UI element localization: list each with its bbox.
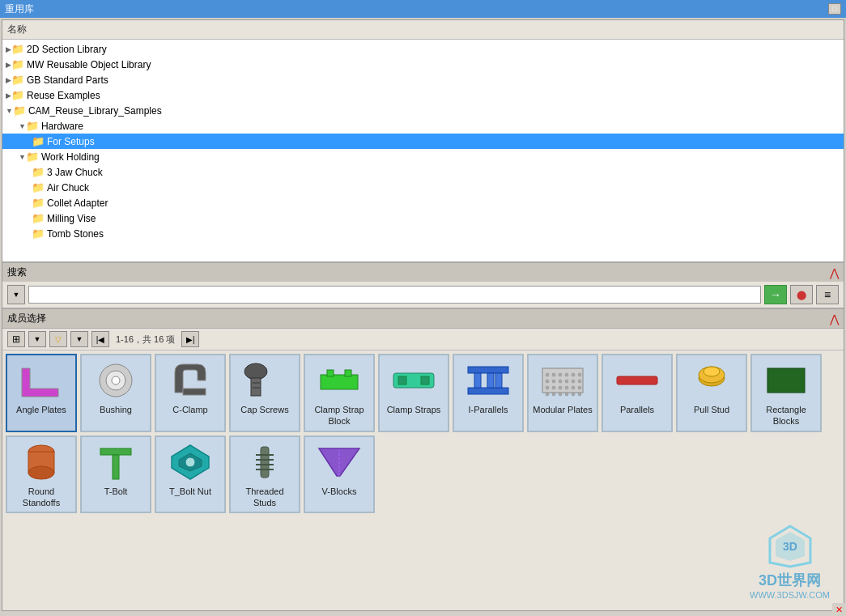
tree-item-milling-vise[interactable]: 📁Milling Vise bbox=[2, 210, 844, 226]
svg-rect-17 bbox=[474, 373, 481, 388]
svg-point-38 bbox=[572, 380, 575, 383]
svg-point-32 bbox=[559, 393, 562, 396]
search-collapse-button[interactable]: ⋀ bbox=[830, 266, 839, 279]
members-collapse-button[interactable]: ⋀ bbox=[830, 312, 839, 325]
tree-item-label: Hardware bbox=[41, 121, 83, 132]
svg-point-40 bbox=[572, 393, 575, 396]
members-toolbar: ⊞ ▼ ▽ ▼ |◀ 1-16，共 16 项 ▶| bbox=[2, 329, 844, 350]
item-icon-clamp-strap-block bbox=[315, 359, 363, 402]
svg-rect-18 bbox=[487, 373, 494, 388]
svg-point-37 bbox=[572, 373, 575, 376]
item-card-round-standoffs[interactable]: Round Standoffs bbox=[6, 435, 77, 514]
last-page-button[interactable]: ▶| bbox=[181, 331, 199, 347]
svg-marker-0 bbox=[22, 368, 58, 397]
tree-item-reuse-examples[interactable]: ▶ 📁Reuse Examples bbox=[2, 87, 844, 103]
filter-button[interactable]: ▽ bbox=[49, 331, 67, 347]
svg-point-30 bbox=[559, 380, 562, 383]
search-header: 搜索 ⋀ bbox=[2, 263, 844, 282]
item-icon-pull-stud bbox=[687, 359, 736, 402]
item-card-cap-screws[interactable]: Cap Screws bbox=[229, 354, 300, 432]
svg-point-3 bbox=[112, 376, 120, 384]
svg-point-29 bbox=[559, 373, 562, 376]
page-info: 1-16，共 16 项 bbox=[116, 333, 175, 346]
item-icon-t-bolt-nut bbox=[166, 440, 215, 484]
view-dropdown-button[interactable]: ▼ bbox=[28, 331, 46, 347]
svg-point-48 bbox=[704, 367, 720, 376]
members-section: 成员选择 ⋀ ⊞ ▼ ▽ ▼ |◀ 1-16，共 16 项 ▶| Angle P… bbox=[2, 309, 844, 610]
main-panel: 名称 ▶ 📁2D Section Library▶ 📁MW Reusable O… bbox=[2, 19, 844, 611]
svg-point-35 bbox=[565, 386, 568, 389]
item-label-pull-stud: Pull Stud bbox=[694, 404, 729, 415]
item-icon-threaded-studs bbox=[240, 440, 289, 484]
title-buttons: □ bbox=[828, 3, 841, 15]
tree-item-for-setups[interactable]: 📁For Setups bbox=[2, 134, 844, 149]
svg-rect-6 bbox=[251, 378, 261, 396]
item-label-cap-screws: Cap Screws bbox=[240, 404, 288, 415]
tree-item-mw-reusable[interactable]: ▶ 📁MW Reusable Object Library bbox=[2, 57, 844, 72]
members-label: 成员选择 bbox=[7, 312, 46, 325]
item-card-parallels[interactable]: Parallels bbox=[602, 354, 673, 432]
svg-rect-19 bbox=[495, 373, 502, 388]
svg-rect-4 bbox=[183, 389, 206, 395]
item-card-modular-plates[interactable]: Modular Plates bbox=[527, 354, 598, 432]
item-label-angle-plates: Angle Plates bbox=[16, 404, 66, 415]
item-card-t-bolt[interactable]: T-Bolt bbox=[80, 435, 151, 514]
svg-point-22 bbox=[546, 380, 549, 383]
search-section: 搜索 ⋀ ▼ → ⬤ ≡ bbox=[2, 263, 844, 309]
tree-item-tomb-stones[interactable]: 📁Tomb Stones bbox=[2, 226, 844, 241]
tree-item-air-chuck[interactable]: 📁Air Chuck bbox=[2, 180, 844, 195]
svg-rect-58 bbox=[261, 447, 269, 478]
tree-item-3jaw-chuck[interactable]: 📁3 Jaw Chuck bbox=[2, 164, 844, 180]
item-card-threaded-studs[interactable]: Threaded Studs bbox=[229, 435, 300, 514]
filter-dropdown-button[interactable]: ▼ bbox=[70, 331, 88, 347]
svg-point-42 bbox=[578, 380, 581, 383]
tree-content[interactable]: ▶ 📁2D Section Library▶ 📁MW Reusable Obje… bbox=[2, 40, 844, 261]
title-bar: 重用库 □ bbox=[0, 0, 846, 18]
item-label-modular-plates: Modular Plates bbox=[533, 404, 592, 415]
tree-item-hardware[interactable]: ▼ 📁Hardware bbox=[2, 118, 844, 134]
svg-rect-9 bbox=[321, 375, 358, 389]
maximize-button[interactable]: □ bbox=[828, 3, 841, 15]
first-page-button[interactable]: |◀ bbox=[91, 331, 109, 347]
item-icon-bushing bbox=[91, 359, 140, 402]
item-card-clamp-straps[interactable]: Clamp Straps bbox=[378, 354, 449, 432]
search-input[interactable] bbox=[28, 286, 761, 304]
item-card-angle-plates[interactable]: Angle Plates bbox=[6, 354, 77, 432]
tree-item-label: Tomb Stones bbox=[47, 228, 104, 240]
tree-item-label: Work Holding bbox=[41, 151, 100, 163]
tree-item-2d-section[interactable]: ▶ 📁2D Section Library bbox=[2, 41, 844, 57]
search-options-button[interactable]: ≡ bbox=[816, 285, 839, 304]
item-card-bushing[interactable]: Bushing bbox=[80, 354, 151, 432]
item-card-pull-stud[interactable]: Pull Stud bbox=[676, 354, 747, 432]
items-grid[interactable]: Angle PlatesBushingC-ClampCap ScrewsClam… bbox=[2, 350, 844, 610]
item-card-t-bolt-nut[interactable]: T_Bolt Nut bbox=[155, 435, 226, 514]
svg-point-31 bbox=[559, 386, 562, 389]
item-card-i-parallels[interactable]: I-Parallels bbox=[453, 354, 524, 432]
status-bar: ✕ bbox=[832, 603, 846, 616]
view-toggle-button[interactable]: ⊞ bbox=[7, 331, 25, 347]
status-close-icon[interactable]: ✕ bbox=[835, 605, 843, 615]
svg-rect-49 bbox=[767, 368, 805, 393]
svg-point-43 bbox=[578, 386, 581, 389]
search-clear-button[interactable]: ⬤ bbox=[790, 285, 813, 304]
tree-item-cam-reuse[interactable]: ▼ 📁CAM_Reuse_Library_Samples bbox=[2, 103, 844, 118]
svg-rect-10 bbox=[327, 370, 334, 376]
item-card-rectangle-blocks[interactable]: Rectangle Blocks bbox=[750, 354, 822, 432]
tree-item-label: MW Reusable Object Library bbox=[27, 59, 151, 70]
item-card-clamp-strap-block[interactable]: Clamp Strap Block bbox=[304, 354, 375, 432]
item-card-c-clamp[interactable]: C-Clamp bbox=[155, 354, 226, 432]
search-go-button[interactable]: → bbox=[764, 285, 787, 304]
tree-item-gb-standard[interactable]: ▶ 📁GB Standard Parts bbox=[2, 72, 844, 87]
item-card-v-blocks[interactable]: V-Blocks bbox=[304, 435, 375, 514]
item-label-c-clamp: C-Clamp bbox=[172, 404, 207, 415]
svg-point-24 bbox=[546, 393, 549, 396]
search-dropdown-button[interactable]: ▼ bbox=[7, 285, 25, 304]
tree-item-collet-adapter[interactable]: 📁Collet Adapter bbox=[2, 195, 844, 210]
tree-item-work-holding[interactable]: ▼ 📁Work Holding bbox=[2, 149, 844, 164]
item-label-bushing: Bushing bbox=[100, 404, 132, 415]
item-icon-parallels bbox=[613, 359, 661, 402]
item-label-t-bolt: T-Bolt bbox=[104, 486, 128, 497]
search-label: 搜索 bbox=[7, 266, 27, 279]
tree-item-label: Reuse Examples bbox=[27, 90, 100, 101]
svg-point-41 bbox=[578, 373, 581, 376]
